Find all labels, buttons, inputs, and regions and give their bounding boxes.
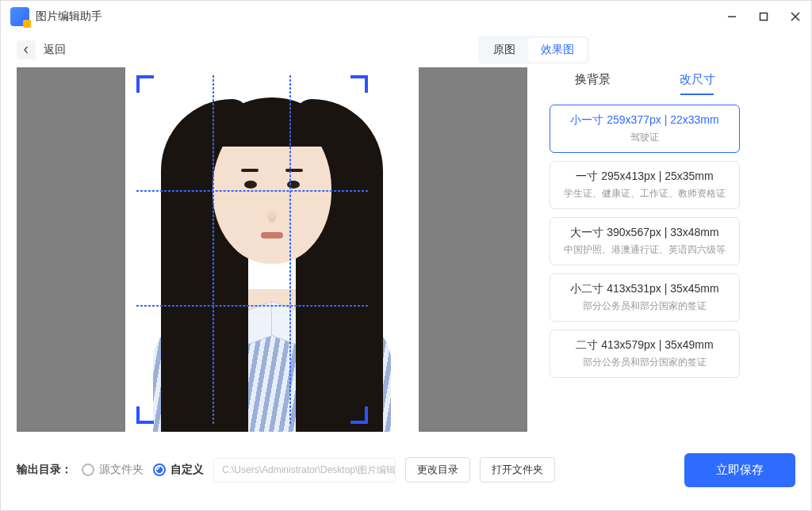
size-title: 一寸 295x413px | 25x35mm — [557, 170, 733, 184]
size-desc: 学生证、健康证、工作证、教师资格证 — [557, 187, 733, 200]
svg-rect-0 — [760, 13, 768, 21]
size-option-1[interactable]: 一寸 295x413px | 25x35mm学生证、健康证、工作证、教师资格证 — [550, 161, 740, 209]
size-title: 二寸 413x579px | 35x49mm — [557, 338, 733, 353]
back-label: 返回 — [44, 43, 66, 57]
size-title: 大一寸 390x567px | 33x48mm — [557, 226, 733, 240]
canvas[interactable] — [17, 67, 527, 432]
radio-original-folder[interactable]: 源文件夹 — [82, 463, 144, 477]
size-desc: 部分公务员和部分国家的签证 — [557, 299, 733, 313]
window-controls — [726, 10, 802, 23]
back-button[interactable]: 返回 — [17, 40, 66, 59]
radio-custom-label: 自定义 — [170, 463, 204, 477]
app-logo-icon — [10, 7, 29, 26]
size-option-0[interactable]: 小一寸 259x377px | 22x33mm驾驶证 — [550, 105, 740, 153]
output-path: C:\Users\Administrator\Desktop\图片编辑 — [213, 458, 396, 482]
size-option-4[interactable]: 二寸 413x579px | 35x49mm部分公务员和部分国家的签证 — [550, 330, 740, 378]
side-panel: 换背景 改尺寸 小一寸 259x377px | 22x33mm驾驶证一寸 295… — [540, 67, 749, 446]
main-area: 换背景 改尺寸 小一寸 259x377px | 22x33mm驾驶证一寸 295… — [1, 67, 811, 446]
minimize-button[interactable] — [726, 10, 738, 23]
radio-custom-folder[interactable]: 自定义 — [153, 463, 204, 477]
radio-icon — [82, 463, 94, 476]
size-desc: 部分公务员和部分国家的签证 — [557, 356, 733, 369]
output-label: 输出目录： — [17, 463, 72, 477]
radio-original-label: 源文件夹 — [99, 463, 144, 477]
size-list: 小一寸 259x377px | 22x33mm驾驶证一寸 295x413px |… — [540, 105, 749, 378]
tab-result[interactable]: 效果图 — [528, 38, 587, 62]
side-tab-size[interactable]: 改尺寸 — [676, 67, 718, 92]
size-option-2[interactable]: 大一寸 390x567px | 33x48mm中国护照、港澳通行证、英语四六级等 — [550, 217, 740, 265]
side-tab-background[interactable]: 换背景 — [572, 67, 614, 92]
size-desc: 中国护照、港澳通行证、英语四六级等 — [557, 243, 733, 257]
open-dir-button[interactable]: 打开文件夹 — [480, 457, 555, 482]
chevron-left-icon — [17, 40, 36, 59]
save-button[interactable]: 立即保存 — [684, 453, 795, 487]
tab-original[interactable]: 原图 — [481, 38, 528, 62]
size-title: 小二寸 413x531px | 35x45mm — [557, 282, 733, 296]
footer: 输出目录： 源文件夹 自定义 C:\Users\Administrator\De… — [1, 446, 811, 494]
change-dir-button[interactable]: 更改目录 — [405, 457, 470, 482]
header-bar: 返回 原图 效果图 — [1, 32, 811, 67]
title-bar: 图片编辑助手 — [1, 1, 811, 32]
side-tabs: 换背景 改尺寸 — [540, 67, 749, 92]
size-desc: 驾驶证 — [557, 131, 733, 144]
size-option-3[interactable]: 小二寸 413x531px | 35x45mm部分公务员和部分国家的签证 — [550, 273, 740, 322]
view-tabs: 原图 效果图 — [478, 36, 589, 64]
close-button[interactable] — [789, 10, 802, 23]
maximize-button[interactable] — [757, 10, 770, 23]
photo-preview — [125, 67, 419, 432]
size-title: 小一寸 259x377px | 22x33mm — [557, 113, 733, 128]
radio-icon — [153, 463, 166, 476]
app-title: 图片编辑助手 — [36, 10, 102, 24]
